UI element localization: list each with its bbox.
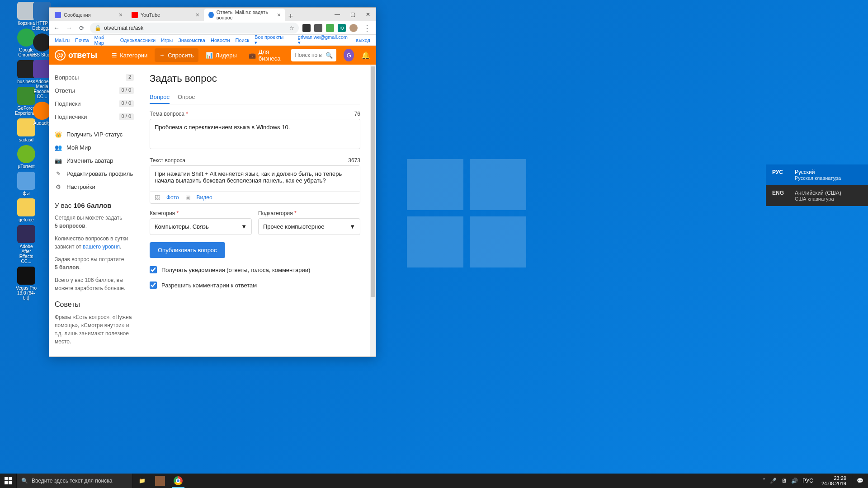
attach-photo[interactable]: Фото <box>166 194 179 201</box>
camera-icon: 📷 <box>55 157 62 164</box>
discord-icon <box>55 12 61 18</box>
task-chrome[interactable] <box>169 474 187 488</box>
text-input[interactable] <box>150 166 360 189</box>
text-label: Текст вопроса <box>150 157 185 164</box>
profile-avatar-icon[interactable] <box>349 24 358 32</box>
search-icon[interactable]: 🔍 <box>326 52 333 59</box>
level-link[interactable]: вашего уровня <box>83 244 120 250</box>
minimize-button[interactable]: — <box>330 8 345 21</box>
browser-tab-active[interactable]: Ответы Mail.ru: задать вопрос× <box>204 9 285 21</box>
extension-icon[interactable] <box>302 24 311 32</box>
browser-tab[interactable]: Сообщения× <box>50 9 127 21</box>
tray-volume-icon[interactable]: 🔊 <box>791 478 798 484</box>
portal-link[interactable]: Игры <box>161 38 173 43</box>
topic-input[interactable] <box>150 119 360 149</box>
action-center-button[interactable]: 💬 <box>852 474 868 488</box>
nav-leaders[interactable]: 📊 Лидеры <box>201 49 241 61</box>
category-label: Категория * <box>150 210 179 216</box>
checkbox-comments[interactable]: Разрешить комментарии к ответам <box>150 282 360 289</box>
logout-link[interactable]: выход <box>356 38 370 43</box>
window-controls: — ▢ ✕ <box>330 8 376 21</box>
nav-categories[interactable]: ☰ Категории <box>107 49 152 61</box>
bell-icon[interactable]: 🔔 <box>361 51 370 60</box>
publish-button[interactable]: Опубликовать вопрос <box>150 242 225 258</box>
svg-rect-0 <box>5 477 8 480</box>
attach-video[interactable]: Видео <box>197 194 212 201</box>
task-app[interactable] <box>151 474 169 488</box>
portal-link[interactable]: Поиск <box>236 38 249 43</box>
tab-poll[interactable]: Опрос <box>178 91 195 104</box>
forward-button[interactable]: → <box>65 23 74 33</box>
brand-logo[interactable]: @ответы <box>55 50 97 61</box>
omnibox[interactable]: 🔒 otvet.mail.ru/ask ☆ <box>90 23 299 33</box>
language-item-english[interactable]: ENG Английский (США)США клавиатура <box>766 185 868 206</box>
back-button[interactable]: ← <box>52 23 61 33</box>
task-explorer[interactable]: 📁 <box>133 474 151 488</box>
sidebar-item-subscribers[interactable]: Подписчики0 / 0 <box>55 110 134 123</box>
sidebar-item-settings[interactable]: ⚙Настройки <box>55 180 134 193</box>
portal-link[interactable]: Mail.ru <box>55 38 70 43</box>
search-box[interactable]: 🔍 <box>291 49 336 61</box>
user-email[interactable]: griwaniwe@gmail.com ▾ <box>298 34 351 46</box>
menu-button[interactable]: ⋮ <box>361 23 373 33</box>
sidebar-item-vip[interactable]: 👑Получить VIP-статус <box>55 128 134 141</box>
taskbar: 🔍Введите здесь текст для поиска 📁 ˄ 🎤 🖥 … <box>0 474 868 488</box>
extension-icon[interactable] <box>326 24 334 32</box>
clock[interactable]: 23:2924.08.2019 <box>818 475 850 486</box>
maximize-button[interactable]: ▢ <box>345 8 360 21</box>
search-input[interactable] <box>295 52 326 58</box>
checkbox-input[interactable] <box>150 282 157 289</box>
subcategory-select[interactable]: Прочее компьютерное▼ <box>258 218 360 235</box>
close-icon[interactable]: × <box>277 11 281 19</box>
chevron-down-icon: ▼ <box>349 223 355 230</box>
tab-question[interactable]: Вопрос <box>150 91 170 104</box>
tips-text: Фразы «Есть вопрос», «Нужна помощь», «См… <box>55 313 134 346</box>
titlebar: Сообщения× YouTube× Ответы Mail.ru: зада… <box>49 8 376 21</box>
sidebar-item-editprofile[interactable]: ✎Редактировать профиль <box>55 167 134 180</box>
browser-tab[interactable]: YouTube× <box>127 9 204 21</box>
tabs: Вопрос Опрос <box>150 91 360 104</box>
sidebar-item-answers[interactable]: Ответы0 / 0 <box>55 84 134 97</box>
tray-language[interactable]: РУС <box>802 478 813 484</box>
browser-tabs: Сообщения× YouTube× Ответы Mail.ru: зада… <box>49 8 330 21</box>
reload-button[interactable]: ⟳ <box>77 23 86 33</box>
nav-business[interactable]: 💼 Для бизнеса <box>244 46 289 65</box>
topic-counter: 76 <box>354 111 360 117</box>
close-icon[interactable]: × <box>196 11 199 19</box>
extension-icon[interactable]: IQ <box>338 24 346 32</box>
close-button[interactable]: ✕ <box>360 8 376 21</box>
checkbox-notifications[interactable]: Получать уведомления (ответы, голоса, ко… <box>150 266 360 273</box>
portal-link[interactable]: Мой Мир <box>94 35 115 46</box>
portal-link[interactable]: Новости <box>211 38 230 43</box>
portal-link[interactable]: Знакомства <box>178 38 205 43</box>
at-icon: @ <box>55 50 66 61</box>
portal-link[interactable]: Одноклассники <box>120 38 156 43</box>
close-icon[interactable]: × <box>119 11 123 19</box>
score-help: Сегодня вы можете задать5 вопросов. <box>55 214 134 230</box>
tray-network-icon[interactable]: 🖥 <box>781 478 787 484</box>
checkbox-input[interactable] <box>150 266 157 273</box>
main-content: Задать вопрос Вопрос Опрос Тема вопроса … <box>140 65 370 357</box>
extension-icon[interactable] <box>314 24 322 32</box>
gear-icon: ⚙ <box>55 183 62 190</box>
tray-chevron-icon[interactable]: ˄ <box>763 478 765 484</box>
sidebar-item-subscriptions[interactable]: Подписки0 / 0 <box>55 97 134 110</box>
sidebar-item-avatar[interactable]: 📷Изменить аватар <box>55 154 134 167</box>
start-button[interactable] <box>0 474 16 488</box>
sidebar-item-questions[interactable]: Вопросы2 <box>55 71 134 84</box>
scrollbar[interactable] <box>370 65 376 357</box>
language-item-russian[interactable]: РУС РусскийРусская клавиатура <box>766 164 868 185</box>
user-avatar[interactable]: G <box>344 49 354 61</box>
new-tab-button[interactable]: + <box>285 12 296 21</box>
portal-link-dropdown[interactable]: Все проекты ▾ <box>255 34 287 46</box>
sidebar-item-myworld[interactable]: 👥Мой Мир <box>55 141 134 154</box>
category-select[interactable]: Компьютеры, Связь▼ <box>150 218 252 235</box>
taskbar-search[interactable]: 🔍Введите здесь текст для поиска <box>16 474 133 488</box>
portal-link[interactable]: Почта <box>75 38 89 43</box>
tray-mic-icon[interactable]: 🎤 <box>770 478 777 484</box>
address-bar: ← → ⟳ 🔒 otvet.mail.ru/ask ☆ IQ ⋮ <box>49 21 376 35</box>
star-icon[interactable]: ☆ <box>289 25 294 31</box>
scrollbar-thumb[interactable] <box>371 66 375 297</box>
nav-ask[interactable]: ＋ Спросить <box>155 48 198 62</box>
chevron-down-icon: ▼ <box>241 223 247 230</box>
